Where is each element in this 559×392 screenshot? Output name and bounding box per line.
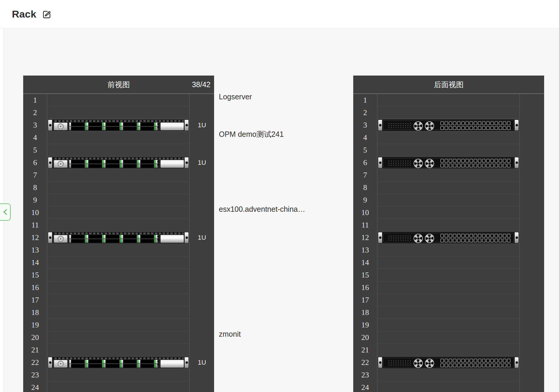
collapse-panel-toggle[interactable] <box>0 203 11 221</box>
rear-port <box>470 126 473 130</box>
rack-slot-row <box>47 181 189 194</box>
rear-port <box>503 239 506 242</box>
rack-slot-row <box>47 194 189 206</box>
rear-port <box>503 363 506 367</box>
rear-port <box>457 234 461 238</box>
slot-number: 19 <box>23 319 47 331</box>
rear-port <box>486 159 490 163</box>
server-right-ear <box>514 120 519 131</box>
rear-port <box>494 363 498 367</box>
rear-port <box>465 359 469 363</box>
slot-number: 1 <box>23 94 47 106</box>
slot-number: 19 <box>353 319 377 331</box>
vent-dot-matrix <box>387 160 411 167</box>
slot-number: 7 <box>353 169 377 181</box>
rear-port <box>470 159 473 163</box>
front-server-slot-3[interactable] <box>48 120 189 131</box>
latch-holes <box>157 123 159 128</box>
rear-port <box>474 121 477 125</box>
rear-port <box>470 234 473 238</box>
rear-port <box>470 164 473 167</box>
rear-port <box>486 126 490 130</box>
rear-port <box>482 234 486 238</box>
rear-port <box>490 239 494 242</box>
latch-holes <box>157 360 159 366</box>
slot-number: 5 <box>353 144 377 156</box>
rear-port <box>453 359 456 363</box>
rack-slot-row <box>377 369 519 381</box>
rear-port <box>445 363 448 367</box>
rear-server-slot-6[interactable] <box>378 157 519 168</box>
rear-port <box>499 159 502 163</box>
server-right-ear <box>184 357 189 368</box>
slot-number: 4 <box>23 131 47 144</box>
rear-port <box>457 164 461 167</box>
rear-port <box>440 234 444 238</box>
front-rack-header: 前视图 38/42 <box>23 76 214 94</box>
rear-port <box>478 121 481 125</box>
slot-number: 9 <box>353 194 377 206</box>
rear-port <box>470 239 473 242</box>
rear-port <box>457 121 461 125</box>
rear-port <box>453 159 456 163</box>
rack-slot-row <box>377 331 519 344</box>
rear-port <box>486 121 490 125</box>
slot-number: 24 <box>23 381 47 392</box>
vent-strip <box>53 158 184 159</box>
rear-port <box>461 126 465 130</box>
fan-icon <box>414 121 423 131</box>
rear-server-slot-22[interactable] <box>378 357 519 368</box>
rear-port <box>474 239 477 242</box>
slot-number: 18 <box>353 306 377 319</box>
edit-icon <box>42 10 51 19</box>
fan-icon <box>414 359 423 368</box>
rear-port <box>486 363 490 367</box>
front-view-title: 前视图 <box>108 80 130 89</box>
slot-number: 4 <box>353 131 377 144</box>
slot-number: 12 <box>353 231 377 244</box>
rear-port <box>474 126 477 130</box>
drive-bays <box>69 123 158 130</box>
rear-size-column <box>520 94 544 392</box>
rear-port <box>490 159 494 163</box>
device-name-label: zmonit <box>219 328 241 340</box>
rear-port <box>507 234 511 238</box>
drive-bays <box>69 160 158 168</box>
rear-port <box>478 239 481 242</box>
rear-port <box>440 126 444 130</box>
front-server-slot-12[interactable] <box>48 232 189 243</box>
device-size-label: 1U <box>190 156 214 169</box>
vent-dot-matrix <box>387 122 411 129</box>
rear-server-slot-3[interactable] <box>378 120 519 131</box>
server-left-ear <box>378 157 382 168</box>
rack-slot-row <box>377 269 519 281</box>
rear-rack-header: 后面视图 <box>353 76 544 94</box>
server-rear-face <box>383 358 514 367</box>
rack-slot-row <box>47 131 189 144</box>
rack-slot-row <box>377 194 519 206</box>
rack-slot-row <box>377 94 519 106</box>
rear-port <box>440 121 444 125</box>
rear-port <box>503 121 506 125</box>
rack-slot-row <box>47 244 189 256</box>
rear-server-slot-12[interactable] <box>378 232 519 243</box>
rear-port <box>461 121 465 125</box>
rack-slot-row <box>47 269 189 281</box>
front-server-slot-22[interactable] <box>48 357 189 368</box>
chevron-left-icon <box>1 208 9 217</box>
slot-number: 20 <box>23 331 47 344</box>
front-server-slot-6[interactable] <box>48 157 189 168</box>
rear-port <box>440 359 444 363</box>
server-left-ear <box>378 232 382 243</box>
rack-slot-row <box>47 294 189 306</box>
rear-slot-number-column: 1234567891011121314151617181920212223242… <box>353 94 377 392</box>
slot-number: 1 <box>353 94 377 106</box>
slot-number: 20 <box>353 331 377 344</box>
rear-port <box>453 126 456 130</box>
server-front-face <box>52 120 184 131</box>
rack-slot-row <box>377 344 519 356</box>
rear-port <box>478 126 481 130</box>
blank-panel <box>161 235 184 243</box>
edit-rack-button[interactable] <box>42 9 52 19</box>
slot-number: 12 <box>23 231 47 244</box>
